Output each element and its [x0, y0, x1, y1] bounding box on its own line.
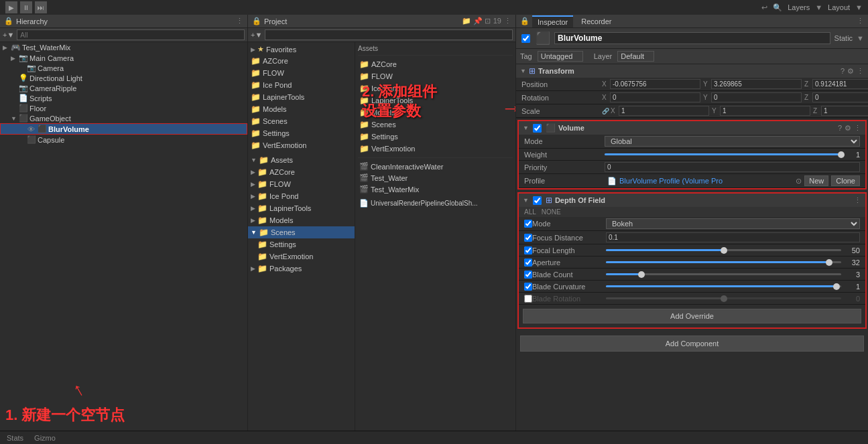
weight-slider-track[interactable] — [605, 153, 841, 155]
fav-vertexmotion[interactable]: 📁 VertExmotion — [248, 139, 355, 151]
assets-root[interactable]: ▼ 📁 Assets — [248, 154, 355, 166]
add-component-button[interactable]: Add Component — [520, 336, 864, 352]
fav-settings[interactable]: 📁 Settings — [248, 127, 355, 139]
fav-models[interactable]: 📁 Models — [248, 103, 355, 115]
settings-icon[interactable]: ⚙ — [845, 124, 851, 133]
clone-button[interactable]: Clone — [831, 175, 860, 186]
fav-azcore[interactable]: 📁 AZCore — [248, 55, 355, 67]
more-icon[interactable]: ⋮ — [854, 124, 861, 133]
hierarchy-item-scripts[interactable]: ▶ 📄 Scripts — [0, 93, 247, 103]
hierarchy-item-directional-light[interactable]: ▶ 💡 Directional Light — [0, 73, 247, 83]
scale-y-input[interactable] — [720, 106, 810, 116]
packages-root[interactable]: ▶ 📁 Packages — [248, 263, 355, 275]
layers-label[interactable]: Layers — [788, 3, 810, 11]
folder-scenes[interactable]: ▼ 📁 Scenes — [248, 226, 355, 238]
blade-curvature-checkbox[interactable] — [524, 283, 532, 291]
rot-z-input[interactable] — [812, 92, 868, 102]
blade-rotation-slider[interactable] — [606, 297, 841, 299]
hierarchy-search[interactable] — [17, 29, 245, 40]
search-icon[interactable]: 🔍 — [773, 3, 782, 12]
transform-header[interactable]: ▼ ⊞ Transform ? ⚙ ⋮ — [516, 64, 868, 78]
profile-circle-icon[interactable]: ⊙ — [796, 177, 802, 186]
inspector-more[interactable]: ⋮ — [857, 17, 864, 25]
tag-select[interactable]: Untagged — [538, 51, 583, 62]
aperture-checkbox[interactable] — [524, 258, 532, 267]
fav-scenes[interactable]: 📁 Scenes — [248, 115, 355, 127]
folder-lapiner[interactable]: ▶ 📁 LapinerTools — [248, 202, 355, 214]
folder-models[interactable]: ▶ 📁 Models — [248, 214, 355, 226]
folder-flow[interactable]: ▶ 📁 FLOW — [248, 178, 355, 190]
tab-recorder[interactable]: Recorder — [576, 16, 617, 27]
mode-select[interactable]: Global Local — [605, 136, 860, 147]
stats-tab[interactable]: Stats — [4, 434, 26, 442]
step-button[interactable]: ⏭ — [35, 1, 47, 13]
pos-z-input[interactable] — [812, 79, 868, 89]
fav-lapiner[interactable]: 📁 LapinerTools — [248, 91, 355, 103]
file-vertexmotion[interactable]: 📁 VertExmotion — [358, 143, 513, 155]
gizmo-tab[interactable]: Gizmo — [32, 434, 58, 442]
folder-vertexmotion[interactable]: ▶ 📁 VertExmotion — [248, 250, 355, 263]
none-button[interactable]: NONE — [542, 208, 561, 216]
scene-test-water[interactable]: 🎬 Test_Water — [358, 172, 513, 183]
hierarchy-item-main-camera[interactable]: ▶ 📷 Main Camera — [0, 53, 247, 63]
blade-rotation-checkbox[interactable] — [524, 295, 532, 303]
aperture-slider[interactable] — [606, 261, 841, 263]
folder-icepond[interactable]: ▶ 📁 Ice Pond — [248, 190, 355, 202]
universal-render-file[interactable]: 📄 UniversalRenderPipelineGlobalSh... — [358, 198, 513, 209]
static-dropdown-icon[interactable]: ▼ — [857, 34, 864, 42]
blade-count-checkbox[interactable] — [524, 271, 532, 279]
folder-azcore[interactable]: ▶ 📁 AZCore — [248, 166, 355, 178]
project-add-btn[interactable]: +▼ — [251, 31, 262, 39]
focus-distance-checkbox[interactable] — [524, 234, 532, 242]
layer-select[interactable]: Default — [617, 51, 654, 62]
hierarchy-item-blurvolume[interactable]: ▶ 👁 ⬛ BlurVolume — [0, 123, 247, 135]
pos-y-input[interactable] — [711, 79, 802, 89]
volume-header[interactable]: ▼ ⬛ Volume ? ⚙ ⋮ — [519, 121, 865, 135]
all-button[interactable]: ALL — [524, 208, 536, 216]
more-icon[interactable]: ⋮ — [854, 196, 861, 205]
project-search[interactable] — [265, 29, 513, 40]
dof-header[interactable]: ▼ ⊞ Depth Of Field ⋮ — [519, 194, 865, 207]
project-more-btn[interactable]: ⋮ — [504, 17, 511, 25]
file-settings[interactable]: 📁 Settings — [358, 131, 513, 143]
rot-x-input[interactable] — [610, 92, 700, 102]
pos-x-input[interactable] — [610, 79, 700, 89]
focal-length-checkbox[interactable] — [524, 246, 532, 254]
scale-z-input[interactable] — [821, 106, 868, 116]
favorites-header[interactable]: ▶ ★ Favorites — [248, 44, 355, 55]
pause-button[interactable]: ⏸ — [20, 1, 32, 13]
priority-input[interactable] — [605, 162, 860, 172]
file-flow[interactable]: 📁 FLOW — [358, 70, 513, 82]
focal-length-slider[interactable] — [606, 249, 841, 251]
project-more-icon[interactable]: 19 — [493, 17, 501, 25]
folder-settings[interactable]: ▶ 📁 Settings — [248, 238, 355, 250]
play-button[interactable]: ▶ — [5, 1, 17, 13]
focus-distance-input[interactable] — [606, 232, 860, 242]
scene-clean[interactable]: 🎬 CleanInteractiveWater — [358, 161, 513, 172]
add-override-button[interactable]: Add Override — [523, 309, 861, 323]
new-button[interactable]: New — [804, 175, 828, 186]
fav-icepond[interactable]: 📁 Ice Pond — [248, 79, 355, 91]
gameobject-name-input[interactable] — [554, 32, 830, 44]
scale-x-input[interactable] — [619, 106, 709, 116]
tab-inspector[interactable]: Inspector — [532, 15, 573, 27]
hierarchy-more-icon[interactable]: ⋮ — [236, 17, 243, 25]
blade-count-slider[interactable] — [606, 273, 841, 275]
hierarchy-item-camera-ripple[interactable]: ▶ 📷 CameraRipple — [0, 83, 247, 93]
volume-active-checkbox[interactable] — [533, 124, 542, 133]
dof-active-checkbox[interactable] — [533, 196, 542, 205]
add-hierarchy-btn[interactable]: +▼ — [3, 31, 14, 39]
hierarchy-item-camera[interactable]: ▶ 📷 Camera — [0, 63, 247, 73]
file-azcore[interactable]: 📁 AZCore — [358, 58, 513, 70]
dof-mode-select[interactable]: Bokeh Gaussian — [606, 218, 860, 229]
blade-curvature-slider[interactable] — [606, 285, 841, 287]
settings-icon[interactable]: ⚙ — [847, 67, 854, 76]
dof-mode-checkbox[interactable] — [524, 220, 532, 228]
hierarchy-item-gameobject[interactable]: ▼ ⬛ GameObject — [0, 113, 247, 123]
layout-label[interactable]: Layout — [828, 3, 850, 11]
undo-icon[interactable]: ↩ — [761, 3, 767, 12]
help-icon[interactable]: ? — [838, 124, 842, 133]
hierarchy-item-capsule[interactable]: ▶ ⬛ Capsule — [0, 135, 247, 145]
fav-flow[interactable]: 📁 FLOW — [248, 67, 355, 79]
scene-test-watermix[interactable]: 🎬 Test_WaterMix — [358, 183, 513, 195]
